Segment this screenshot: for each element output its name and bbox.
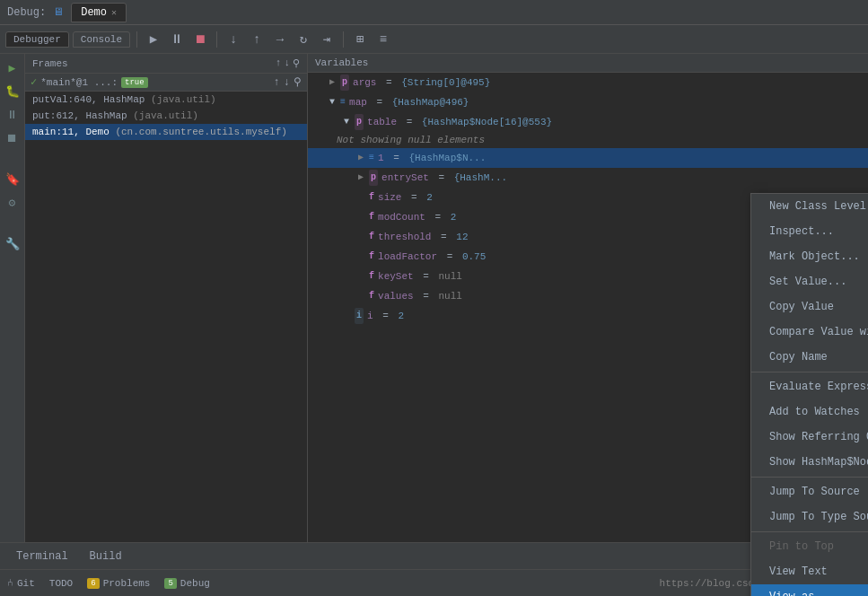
var-table-val: {HashMap$Node[16]@553} — [422, 114, 552, 130]
ctx-mark-object-label: Mark Object... — [769, 248, 860, 266]
status-todo[interactable]: TODO — [49, 578, 73, 589]
ctx-inspect[interactable]: Inspect... — [751, 219, 868, 244]
var-entryset[interactable]: ▶ p entrySet = {HashM... — [308, 168, 868, 188]
var-values-eq: = — [417, 288, 435, 304]
ctx-copy-value[interactable]: Copy Value Ctrl+C — [751, 294, 868, 320]
rerun-btn[interactable]: ↻ — [294, 30, 313, 49]
ctx-new-class-watch[interactable]: New Class Level Watch... — [751, 194, 868, 219]
var-args[interactable]: ▶ p args = {String[0]@495} — [308, 73, 868, 92]
build-tab-label: Build — [90, 550, 122, 563]
status-git[interactable]: ⑃ Git — [7, 578, 35, 589]
var-size-eq: = — [405, 189, 423, 206]
step-over-btn[interactable]: ↓ — [224, 30, 243, 49]
ctx-show-hashmap[interactable]: Show HashMap$Node Objects... — [751, 450, 868, 475]
sidebar-run-icon[interactable]: ▶ — [2, 57, 23, 79]
pause-btn[interactable]: ⏸ — [167, 30, 187, 49]
toolbar-separator-1 — [136, 31, 137, 48]
demo-tab[interactable]: Demo ✕ — [71, 3, 127, 22]
status-problems[interactable]: 6 Problems — [87, 578, 150, 589]
frame-item-2[interactable]: put:612, HashMap (java.util) — [25, 108, 307, 124]
var-1-eq: = — [388, 150, 406, 166]
debugger-tab[interactable]: Debugger — [5, 31, 69, 48]
var-keyset-type-icon: f — [369, 268, 374, 285]
frames-view-btn[interactable]: ⊞ — [350, 30, 370, 49]
ctx-compare-clipboard-label: Compare Value with Clipboard — [769, 323, 868, 341]
frames-down-icon[interactable]: ↓ — [284, 57, 290, 69]
terminal-tab[interactable]: Terminal — [7, 548, 77, 565]
var-modcount-val: 2 — [451, 209, 457, 225]
frame-item-3[interactable]: main:11, Demo (cn.com.suntree.utils.myse… — [25, 124, 307, 140]
git-icon: ⑃ — [7, 578, 13, 589]
var-modcount-eq: = — [429, 209, 447, 225]
ctx-show-referring[interactable]: Show Referring Objects... — [751, 425, 868, 450]
frames-nav-up[interactable]: ↑ — [274, 76, 280, 89]
var-table[interactable]: ▼ p table = {HashMap$Node[16]@553} — [308, 112, 868, 132]
ctx-add-watches[interactable]: Add to Watches — [751, 399, 868, 425]
resume-btn[interactable]: ▶ — [144, 30, 163, 49]
ctx-pin-to-top[interactable]: Pin to Top — [751, 534, 868, 559]
ctx-copy-name[interactable]: Copy Name — [751, 345, 868, 370]
sidebar-bookmark-icon[interactable]: 🔖 — [2, 169, 23, 190]
expand-entryset-icon: ▶ — [358, 170, 364, 186]
sidebar-pause-icon[interactable]: ⏸ — [2, 104, 23, 126]
ctx-view-as-label: View as — [769, 588, 814, 596]
var-1[interactable]: ▶ ≡ 1 = {HashMap$N... — [308, 148, 868, 168]
step-into-btn[interactable]: ↑ — [247, 30, 267, 49]
debug-status-label: Debug — [180, 578, 210, 589]
var-args-name: args — [353, 74, 376, 91]
ctx-view-text[interactable]: View Text — [751, 559, 868, 584]
status-debug[interactable]: 5 Debug — [164, 578, 209, 589]
main-layout: ▶ 🐛 ⏸ ⏹ 🔖 ⚙ 🔧 Frames ↑ ↓ ⚲ ✓ *main*@1 ..… — [0, 54, 868, 569]
ctx-set-value[interactable]: Set Value... F2 — [751, 269, 868, 294]
frames-panel: Frames ↑ ↓ ⚲ ✓ *main*@1 ...: true ↑ ↓ ⚲ … — [25, 54, 308, 569]
ctx-mark-object[interactable]: Mark Object... F11 — [751, 244, 868, 269]
frames-nav-filter[interactable]: ⚲ — [294, 75, 302, 89]
var-loadfactor-type-icon: f — [369, 249, 374, 265]
ctx-new-class-watch-label: New Class Level Watch... — [769, 197, 868, 215]
sidebar-structure-icon[interactable]: 🔧 — [2, 233, 23, 255]
sidebar-debug-icon[interactable]: 🐛 — [2, 81, 23, 102]
frame-item-1[interactable]: putVal:640, HashMap (java.util) — [25, 92, 307, 108]
frame-running-item[interactable]: ✓ *main*@1 ...: true ↑ ↓ ⚲ — [25, 74, 307, 92]
var-map[interactable]: ▼ ≡ map = {HashMap@496} — [308, 92, 868, 112]
var-args-eq: = — [380, 74, 398, 91]
run-to-cursor-btn[interactable]: ⇥ — [317, 30, 337, 49]
var-i-val: 2 — [398, 308, 404, 324]
ctx-view-as[interactable]: View as ▶ — [751, 584, 868, 596]
var-entryset-type-icon: p — [369, 170, 378, 186]
sidebar-gear-icon[interactable]: ⚙ — [2, 192, 23, 214]
ctx-compare-clipboard[interactable]: Compare Value with Clipboard — [751, 320, 868, 345]
var-values-type-icon: f — [369, 288, 374, 304]
ctx-show-hashmap-label: Show HashMap$Node Objects... — [769, 453, 868, 471]
var-1-val: {HashMap$N... — [408, 150, 486, 166]
todo-label: TODO — [49, 578, 73, 589]
frame-item-1-label: putVal:640, HashMap (java.util) — [32, 94, 216, 105]
frames-up-icon[interactable]: ↑ — [276, 57, 282, 69]
var-entryset-name: entrySet — [381, 170, 429, 186]
step-out-btn[interactable]: → — [270, 30, 290, 49]
frames-filter-icon[interactable]: ⚲ — [293, 57, 300, 69]
var-i-eq: = — [377, 308, 395, 324]
var-keyset-val: null — [438, 268, 461, 285]
ctx-sep-1 — [751, 372, 868, 372]
expand-args-icon: ▶ — [329, 74, 335, 91]
tab-close-icon[interactable]: ✕ — [111, 7, 117, 18]
sidebar-stop-icon[interactable]: ⏹ — [2, 127, 23, 149]
var-keyset-name: keySet — [378, 268, 414, 285]
build-tab[interactable]: Build — [81, 548, 131, 565]
ctx-jump-type-source[interactable]: Jump To Type Source Shift+F4 — [751, 504, 868, 530]
ctx-inspect-label: Inspect... — [769, 223, 834, 241]
running-badge: true — [121, 77, 148, 88]
console-tab[interactable]: Console — [73, 31, 130, 48]
var-table-type-icon: p — [355, 114, 364, 130]
problems-label: Problems — [103, 578, 151, 589]
ctx-evaluate-expression[interactable]: Evaluate Expression... Alt+F8 — [751, 374, 868, 399]
frames-nav-down[interactable]: ↓ — [284, 76, 290, 89]
var-threshold-val: 12 — [456, 229, 468, 245]
expand-table-icon: ▼ — [344, 114, 349, 130]
var-args-val: {String[0]@495} — [401, 74, 490, 91]
git-label: Git — [17, 578, 35, 589]
stop-btn[interactable]: ⏹ — [190, 30, 210, 49]
ctx-jump-source[interactable]: Jump To Source F4 — [751, 479, 868, 504]
settings-btn[interactable]: ≡ — [373, 30, 393, 49]
